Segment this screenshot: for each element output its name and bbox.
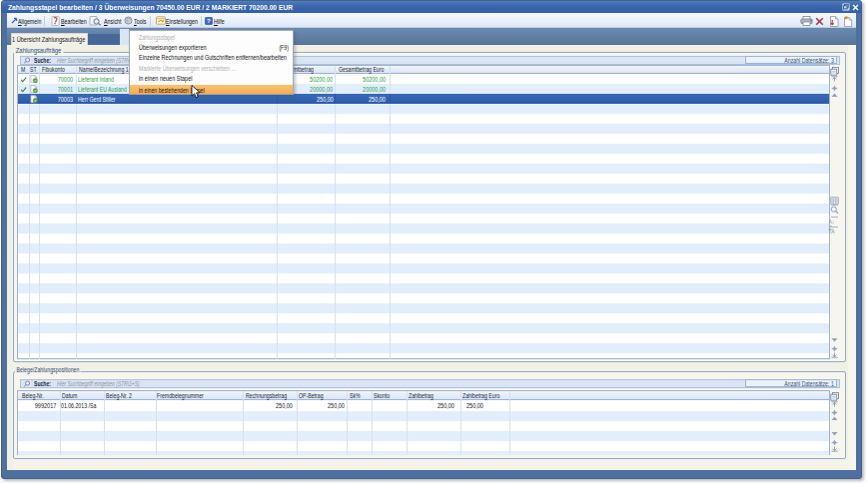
svg-text:?: ? — [208, 17, 212, 24]
